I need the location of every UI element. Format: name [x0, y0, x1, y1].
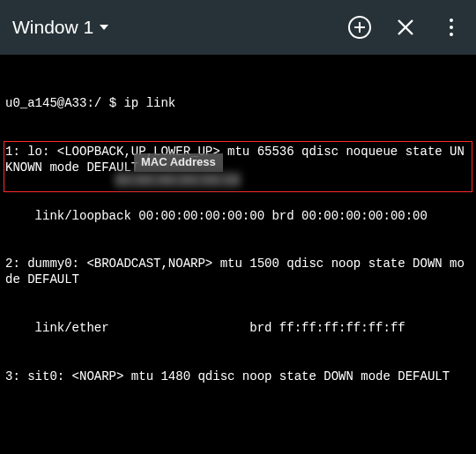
mac-address-label: MAC Address	[134, 153, 223, 172]
terminal-output[interactable]: u0_a145@A33:/ $ ip link 1: lo: <LOOPBACK…	[0, 55, 476, 454]
close-icon	[395, 17, 416, 38]
plus-circle-icon	[347, 15, 372, 40]
chevron-down-icon	[99, 22, 109, 33]
menu-button[interactable]	[439, 15, 464, 40]
window-title-dropdown[interactable]: Window 1	[12, 17, 109, 38]
output-line	[5, 416, 471, 432]
prompt-user-host: u0_a145@A33:	[5, 96, 94, 110]
output-line: 2: dummy0: <BROADCAST,NOARP> mtu 1500 qd…	[5, 256, 471, 287]
command-text: ip link	[123, 96, 175, 110]
output-line: link/ether brd ff:ff:ff:ff:ff:ff	[5, 320, 471, 336]
output-line: 3: sit0: <NOARP> mtu 1480 qdisc noop sta…	[5, 368, 471, 384]
prompt-line: u0_a145@A33:/ $ ip link	[5, 95, 471, 111]
svg-marker-0	[100, 25, 108, 30]
prompt-path: /	[94, 96, 101, 110]
titlebar-actions	[347, 15, 464, 40]
mac-blur-overlay: xx:xx:xx:xx:xx:xx	[115, 172, 241, 188]
close-tab-button[interactable]	[393, 15, 418, 40]
window-title-label: Window 1	[12, 17, 93, 38]
prompt-symbol: $	[109, 96, 116, 110]
output-line: link/loopback 00:00:00:00:00:00 brd 00:0…	[5, 208, 471, 224]
kebab-menu-icon	[450, 19, 453, 36]
output-line: 1: lo: <LOOPBACK,UP,LOWER_UP> mtu 65536 …	[5, 144, 471, 175]
add-tab-button[interactable]	[347, 15, 372, 40]
titlebar: Window 1	[0, 0, 476, 55]
